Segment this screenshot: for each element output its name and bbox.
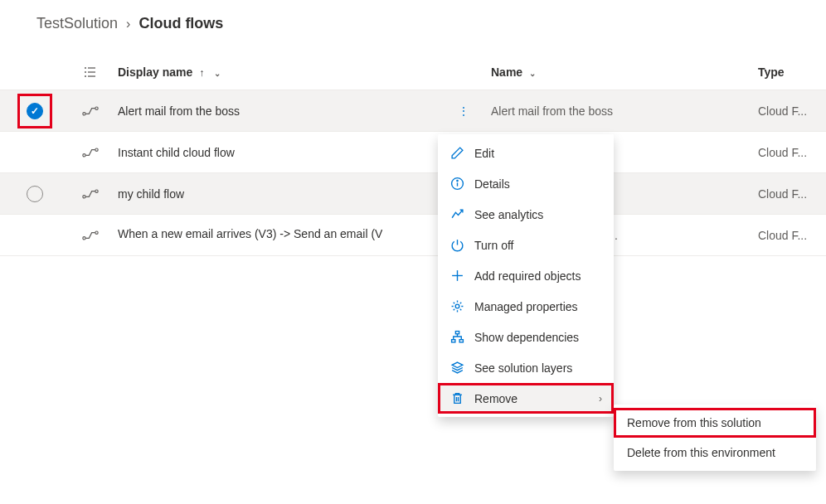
svg-point-7 xyxy=(95,107,98,109)
svg-point-13 xyxy=(95,231,98,234)
info-icon xyxy=(449,177,464,191)
ctx-label: Details xyxy=(474,177,602,191)
trash-icon xyxy=(449,391,464,405)
flow-icon xyxy=(70,188,111,200)
row-checkbox[interactable] xyxy=(27,103,43,119)
svg-rect-20 xyxy=(455,332,459,334)
ctx-turnoff[interactable]: Turn off xyxy=(438,230,614,260)
svg-point-12 xyxy=(83,236,85,239)
remove-submenu: Remove from this solution Delete from th… xyxy=(614,405,816,471)
ctx-solution-layers[interactable]: See solution layers xyxy=(438,352,614,383)
flows-table: Display name ↑ ⌄ Name ⌄ Type Alert mail … xyxy=(0,54,826,256)
list-view-icon[interactable] xyxy=(70,65,111,79)
ctx-label: Remove xyxy=(474,392,589,405)
row-display-name[interactable]: Instant child cloud flow xyxy=(111,146,443,159)
col-header-display-label: Display name xyxy=(118,65,192,79)
ctx-managed-props[interactable]: Managed properties xyxy=(438,291,614,322)
table-row[interactable]: Alert mail from the boss ⋮ Alert mail fr… xyxy=(0,90,826,132)
ctx-label: Turn off xyxy=(474,239,602,252)
col-header-type[interactable]: Type xyxy=(758,65,826,79)
row-type: Cloud F... xyxy=(758,104,826,118)
svg-point-10 xyxy=(83,195,85,197)
svg-point-16 xyxy=(456,180,457,181)
more-actions-button[interactable]: ⋮ xyxy=(451,101,476,121)
col-header-name[interactable]: Name ⌄ xyxy=(484,65,758,79)
svg-point-6 xyxy=(83,112,85,114)
row-type: Cloud F... xyxy=(758,187,826,201)
flow-icon xyxy=(70,230,111,241)
plus-icon xyxy=(449,269,464,283)
svg-rect-22 xyxy=(459,340,463,342)
ctx-analytics[interactable]: See analytics xyxy=(438,199,614,230)
svg-point-9 xyxy=(95,148,98,151)
table-row[interactable]: Instant child cloud flow Cloud F... xyxy=(0,132,826,173)
chevron-down-icon: ⌄ xyxy=(214,69,221,78)
ctx-label: See analytics xyxy=(474,208,602,221)
ctx-details[interactable]: Details xyxy=(438,168,614,199)
layers-icon xyxy=(449,361,464,375)
flow-icon xyxy=(70,105,111,117)
col-header-type-label: Type xyxy=(758,65,785,79)
sort-ascending-icon: ↑ xyxy=(199,67,204,79)
ctx-add-required[interactable]: Add required objects xyxy=(438,260,614,291)
row-type: Cloud F... xyxy=(758,229,826,242)
submenu-remove-solution[interactable]: Remove from this solution xyxy=(614,408,816,438)
col-header-display[interactable]: Display name ↑ ⌄ xyxy=(111,65,443,79)
row-checkbox[interactable] xyxy=(27,186,43,202)
row-display-name[interactable]: my child flow xyxy=(111,187,443,201)
svg-point-11 xyxy=(95,190,98,192)
ctx-remove[interactable]: Remove › xyxy=(438,383,614,414)
table-header: Display name ↑ ⌄ Name ⌄ Type xyxy=(0,54,826,90)
row-name: Alert mail from the boss xyxy=(484,104,758,118)
col-header-name-label: Name xyxy=(491,65,522,79)
submenu-delete-env[interactable]: Delete from this environment xyxy=(614,438,816,468)
chevron-down-icon: ⌄ xyxy=(529,69,536,78)
gear-icon xyxy=(449,299,464,313)
table-row[interactable]: my child flow Cloud F... xyxy=(0,173,826,215)
flow-icon xyxy=(70,147,111,158)
breadcrumb-current: Cloud flows xyxy=(138,15,223,32)
ctx-edit[interactable]: Edit xyxy=(438,138,614,168)
ctx-label: Show dependencies xyxy=(474,331,602,344)
breadcrumb: TestSolution › Cloud flows xyxy=(0,0,826,37)
ctx-label: See solution layers xyxy=(474,361,602,375)
breadcrumb-parent[interactable]: TestSolution xyxy=(36,15,118,32)
table-row[interactable]: When a new email arrives (V3) -> Send an… xyxy=(0,215,826,256)
row-type: Cloud F... xyxy=(758,146,826,159)
power-icon xyxy=(449,238,464,252)
chevron-right-icon: › xyxy=(599,393,602,405)
hierarchy-icon xyxy=(449,330,464,344)
svg-point-8 xyxy=(83,153,85,156)
ctx-label: Managed properties xyxy=(474,300,602,313)
row-display-name[interactable]: When a new email arrives (V3) -> Send an… xyxy=(111,227,443,243)
ctx-dependencies[interactable]: Show dependencies xyxy=(438,322,614,352)
edit-icon xyxy=(449,146,464,160)
chevron-right-icon: › xyxy=(126,17,130,32)
context-menu: Edit Details See analytics Turn off Add … xyxy=(438,134,614,417)
row-display-name[interactable]: Alert mail from the boss xyxy=(111,104,443,118)
analytics-icon xyxy=(449,207,464,221)
svg-point-19 xyxy=(455,304,459,308)
svg-marker-23 xyxy=(452,362,463,367)
svg-rect-21 xyxy=(451,340,454,342)
ctx-label: Add required objects xyxy=(474,269,602,283)
ctx-label: Edit xyxy=(474,147,602,160)
